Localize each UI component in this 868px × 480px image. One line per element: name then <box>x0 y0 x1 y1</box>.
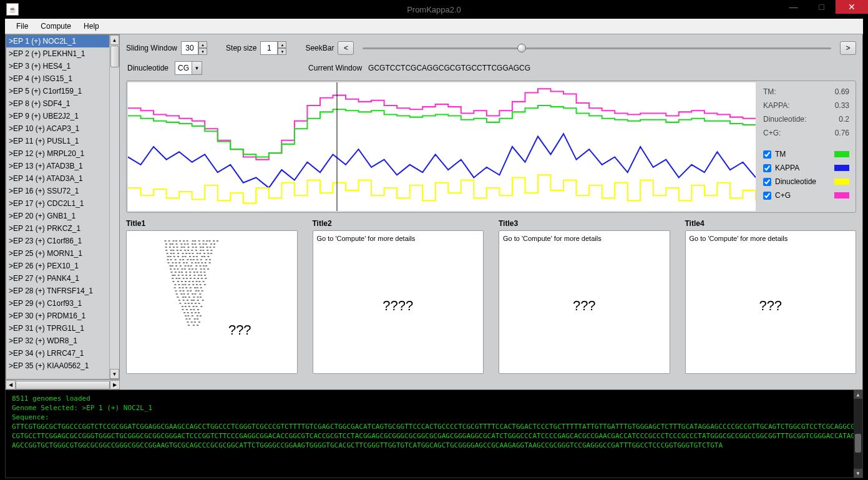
sliding-window-input[interactable] <box>181 41 198 55</box>
app-icon: ☕ <box>6 3 19 16</box>
console[interactable]: 8511 genomes loadedGenome Selected: >EP … <box>5 390 863 478</box>
spin-down-icon[interactable]: ▼ <box>198 48 207 55</box>
menu-help[interactable]: Help <box>77 20 105 32</box>
list-item[interactable]: >EP 25 (+) MORN1_1 <box>6 247 109 260</box>
chart-sidebar: TM:0.69 KAPPA:0.33 Dinucleotide:0.2 C+G:… <box>757 81 856 212</box>
panel-1-body[interactable]: ??? <box>126 230 298 374</box>
legend-tm-checkbox[interactable] <box>763 150 771 159</box>
stat-kappa-label: KAPPA: <box>763 101 789 110</box>
combo-arrow-icon[interactable]: ▼ <box>192 61 202 75</box>
menu-bar: File Compute Help <box>5 19 863 34</box>
spin-up-icon[interactable]: ▲ <box>198 41 207 48</box>
console-scrollbar[interactable]: ▲ ▼ <box>854 390 862 478</box>
list-horizontal-scrollbar[interactable]: ◀ ▶ <box>6 380 120 389</box>
list-item[interactable]: >EP 14 (+) ATAD3A_1 <box>6 172 109 185</box>
minimize-button[interactable]: — <box>779 0 807 14</box>
panel-4-big: ??? <box>759 298 782 314</box>
console-scroll-thumb[interactable] <box>855 434 861 453</box>
list-item[interactable]: >EP 26 (+) PEX10_1 <box>6 260 109 272</box>
list-item[interactable]: >EP 8 (+) SDF4_1 <box>6 97 109 110</box>
window-controls: — □ ✕ <box>779 0 868 14</box>
list-item[interactable]: >EP 23 (+) C1orf86_1 <box>6 235 109 247</box>
list-item[interactable]: >EP 10 (+) ACAP3_1 <box>6 122 109 135</box>
list-scroll-area[interactable]: >EP 1 (+) NOC2L_1>EP 2 (+) PLEKHN1_1>EP … <box>6 35 109 379</box>
chart-svg <box>128 82 756 211</box>
legend-cg-checkbox[interactable] <box>763 192 771 200</box>
panel-1: Title1 ??? <box>126 219 298 374</box>
sliding-window-spinner[interactable]: ▲▼ <box>181 41 207 55</box>
list-item[interactable]: >EP 32 (+) WDR8_1 <box>6 335 109 347</box>
sliding-window-label: Sliding Window <box>126 44 177 52</box>
panel-2-title: Title2 <box>313 219 484 228</box>
stat-cg-value: 0.76 <box>835 129 849 137</box>
list-item[interactable]: >EP 12 (+) MRPL20_1 <box>6 147 109 160</box>
step-size-label: Step size <box>226 44 256 52</box>
list-item[interactable]: >EP 1 (+) NOC2L_1 <box>6 35 109 47</box>
panel-3-body[interactable]: Go to 'Compute' for more details ??? <box>499 230 670 374</box>
slider-knob[interactable] <box>517 44 526 52</box>
step-size-input[interactable] <box>260 41 278 55</box>
list-item[interactable]: >EP 9 (+) UBE2J2_1 <box>6 110 109 122</box>
panel-2-body[interactable]: Go to 'Compute' for more details ???? <box>313 230 484 374</box>
scroll-thumb[interactable] <box>110 46 119 67</box>
legend-cg-label: C+G <box>775 191 791 200</box>
list-item[interactable]: >EP 16 (+) SSU72_1 <box>6 185 109 197</box>
close-button[interactable]: ✕ <box>836 0 868 14</box>
list-item[interactable]: >EP 28 (+) TNFRSF14_1 <box>6 285 109 297</box>
stat-kappa-value: 0.33 <box>835 101 849 110</box>
list-item[interactable]: >EP 20 (+) GNB1_1 <box>6 210 109 222</box>
console-scroll-up-icon[interactable]: ▲ <box>854 390 862 399</box>
legend-kappa-checkbox[interactable] <box>763 164 771 172</box>
list-item[interactable]: >EP 17 (+) CDC2L1_1 <box>6 197 109 210</box>
legend-dinuc[interactable]: Dinucleotide <box>763 177 849 186</box>
list-item[interactable]: >EP 29 (+) C1orf93_1 <box>6 297 109 310</box>
panel-4-hint: Go to 'Compute' for more details <box>690 235 852 242</box>
left-panel: >EP 1 (+) NOC2L_1>EP 2 (+) PLEKHN1_1>EP … <box>6 34 120 389</box>
list-item[interactable]: >EP 2 (+) PLEKHN1_1 <box>6 47 109 60</box>
dinucleotide-combo[interactable]: CG ▼ <box>175 61 202 75</box>
list-item[interactable]: >EP 11 (+) PUSL1_1 <box>6 135 109 147</box>
list-item[interactable]: >EP 31 (+) TPRG1L_1 <box>6 322 109 335</box>
spin-up-icon[interactable]: ▲ <box>278 41 286 48</box>
sequence-list: >EP 1 (+) NOC2L_1>EP 2 (+) PLEKHN1_1>EP … <box>6 34 120 380</box>
legend-kappa[interactable]: KAPPA <box>763 164 849 172</box>
panel-1-big: ??? <box>187 322 293 338</box>
seek-slider[interactable] <box>363 42 831 54</box>
scroll-left-arrow-icon[interactable]: ◀ <box>6 380 16 389</box>
scroll-down-arrow-icon[interactable]: ▼ <box>110 369 119 379</box>
chart-canvas[interactable] <box>128 82 756 211</box>
dinucleotide-label: Dinucleotide <box>127 64 168 72</box>
step-size-spinner[interactable]: ▲▼ <box>260 41 286 55</box>
seek-next-button[interactable]: > <box>840 41 856 55</box>
seekbar-label: SeekBar <box>305 44 334 52</box>
scroll-up-arrow-icon[interactable]: ▲ <box>110 35 119 45</box>
list-item[interactable]: >EP 30 (+) PRDM16_1 <box>6 310 109 322</box>
scroll-right-arrow-icon[interactable]: ▶ <box>110 380 120 389</box>
list-item[interactable]: >EP 5 (+) C1orf159_1 <box>6 85 109 97</box>
list-item[interactable]: >EP 13 (+) ATAD3B_1 <box>6 160 109 172</box>
legend-dinuc-checkbox[interactable] <box>763 178 771 186</box>
legend-cg-swatch <box>834 192 849 198</box>
spin-down-icon[interactable]: ▼ <box>278 48 286 55</box>
list-item[interactable]: >EP 34 (+) LRRC47_1 <box>6 347 109 360</box>
chart-area: TM:0.69 KAPPA:0.33 Dinucleotide:0.2 C+G:… <box>126 81 856 213</box>
list-item[interactable]: >EP 3 (+) HES4_1 <box>6 60 109 72</box>
maximize-button[interactable]: □ <box>807 0 836 14</box>
console-scroll-down-icon[interactable]: ▼ <box>854 469 862 478</box>
legend-tm[interactable]: TM <box>763 150 849 159</box>
list-vertical-scrollbar[interactable]: ▲ ▼ <box>109 35 119 379</box>
legend-tm-label: TM <box>775 150 786 159</box>
legend-dinuc-label: Dinucleotide <box>775 177 816 186</box>
list-item[interactable]: >EP 21 (+) PRKCZ_1 <box>6 222 109 235</box>
legend-dinuc-swatch <box>834 179 849 185</box>
seek-prev-button[interactable]: < <box>338 41 354 55</box>
list-item[interactable]: >EP 35 (+) KIAA0562_1 <box>6 360 109 372</box>
list-item[interactable]: >EP 4 (+) ISG15_1 <box>6 72 109 85</box>
hscroll-thumb[interactable] <box>16 381 110 389</box>
menu-compute[interactable]: Compute <box>34 20 77 32</box>
menu-file[interactable]: File <box>10 20 34 32</box>
right-panel: Sliding Window ▲▼ Step size ▲▼ SeekBar <… <box>120 34 862 389</box>
list-item[interactable]: >EP 27 (+) PANK4_1 <box>6 272 109 285</box>
legend-cg[interactable]: C+G <box>763 191 849 200</box>
panel-4-body[interactable]: Go to 'Compute' for more details ??? <box>685 230 857 374</box>
